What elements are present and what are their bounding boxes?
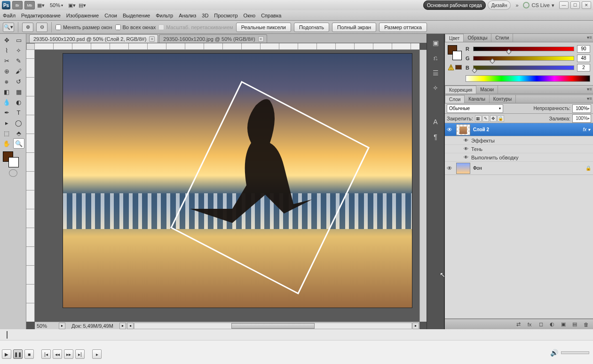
screen-mode-button[interactable]: ▣▾	[68, 1, 76, 9]
hand-tool[interactable]: ✋	[1, 138, 12, 149]
b-slider[interactable]	[473, 65, 574, 70]
pause-button[interactable]: ❚❚	[13, 349, 23, 359]
brushes-panel-icon[interactable]: ✧	[430, 83, 441, 93]
blend-mode-select[interactable]: Обычные	[447, 104, 503, 113]
menu-filter[interactable]: Фильтр	[156, 13, 173, 18]
fx-indicator[interactable]: fx ▾	[583, 127, 593, 132]
maximize-button[interactable]: ☐	[570, 1, 580, 9]
g-value[interactable]: 48	[577, 55, 590, 62]
close-icon[interactable]: ×	[149, 36, 155, 42]
resize-windows-checkbox[interactable]: Менять размер окон	[55, 24, 112, 30]
prev-track-button[interactable]: |◂	[41, 349, 51, 359]
layer-effects-row[interactable]: 👁Эффекты	[445, 136, 593, 145]
fit-screen-button[interactable]: Подогнать	[294, 23, 329, 32]
close-button[interactable]: ✕	[582, 1, 591, 9]
all-windows-checkbox[interactable]: Во всех окнах	[115, 24, 156, 30]
scroll-right-button[interactable]: ▸	[412, 323, 419, 329]
zoom-menu-icon[interactable]: ▸	[59, 323, 65, 329]
stamp-tool[interactable]: ⎈	[1, 76, 12, 87]
eyedropper-tool[interactable]: ✎	[13, 55, 24, 66]
lock-all-icon[interactable]: 🔒	[498, 115, 504, 122]
type-tool[interactable]: T	[13, 107, 24, 118]
gradient-tool[interactable]: ▦	[13, 87, 24, 97]
path-select-tool[interactable]: ▸	[1, 118, 12, 128]
zoom-select[interactable]: 50%	[47, 2, 66, 8]
paragraph-panel-icon[interactable]: ¶	[430, 132, 441, 142]
visibility-icon[interactable]: 👁	[445, 165, 454, 172]
rewind-button[interactable]: ◂◂	[53, 349, 62, 359]
blur-tool[interactable]: 💧	[1, 97, 12, 107]
menu-edit[interactable]: Редактирование	[21, 13, 61, 18]
layer-style-icon[interactable]: fx	[525, 321, 534, 328]
forward-button[interactable]: ▸▸	[64, 349, 73, 359]
stop-button[interactable]: ■	[24, 349, 34, 359]
panel-menu-icon[interactable]: ▾≡	[587, 96, 592, 101]
menu-3d[interactable]: 3D	[202, 13, 208, 18]
arrange-docs-button[interactable]: ▦▾	[37, 1, 45, 9]
healing-tool[interactable]: ⊕	[1, 66, 12, 76]
panel-menu-icon[interactable]: ▾≡	[587, 87, 592, 92]
background-swatch[interactable]	[8, 157, 19, 167]
tab-color[interactable]: Цвет	[445, 34, 464, 42]
marquee-tool[interactable]: ▭	[13, 35, 24, 45]
close-icon[interactable]: ×	[258, 36, 264, 42]
layer-effect-stroke[interactable]: 👁Выполнить обводку	[445, 153, 593, 162]
b-value[interactable]: 2	[577, 64, 590, 71]
menu-select[interactable]: Выделение	[123, 13, 150, 18]
new-layer-icon[interactable]: ▤	[570, 321, 579, 328]
quick-mask-button[interactable]	[9, 169, 17, 177]
next-track-button[interactable]: ▸|	[75, 349, 85, 359]
lasso-tool[interactable]: ⌇	[1, 45, 12, 55]
menu-view[interactable]: Просмотр	[214, 13, 237, 18]
opacity-value[interactable]: 100%	[572, 104, 591, 113]
ruler-origin[interactable]	[26, 43, 35, 50]
zoom-out-icon[interactable]: ⊖	[36, 23, 47, 32]
ruler-horizontal[interactable]	[35, 43, 419, 50]
link-layers-icon[interactable]: ⇄	[514, 321, 522, 328]
history-brush-tool[interactable]: ↺	[13, 76, 24, 87]
crop-tool[interactable]: ✂	[1, 55, 12, 66]
layer-name[interactable]: Фон	[472, 166, 585, 171]
bridge-button[interactable]: Br	[12, 1, 23, 9]
history-panel-icon[interactable]: ▣	[430, 38, 441, 48]
extras-button[interactable]: ▤▾	[78, 1, 87, 9]
tab-masks[interactable]: Маски	[476, 86, 498, 94]
workspace-design-button[interactable]: Дизайн	[488, 0, 511, 10]
tab-channels[interactable]: Каналы	[465, 95, 490, 103]
layer-group-icon[interactable]: ▣	[559, 321, 568, 328]
brush-tool[interactable]: 🖌	[13, 66, 24, 76]
lock-pixels-icon[interactable]: ✎	[482, 115, 489, 122]
character-panel-icon[interactable]: A	[430, 117, 441, 127]
layer-effect-shadow[interactable]: 👁Тень	[445, 145, 593, 153]
3d-tool[interactable]: ⬚	[1, 128, 12, 138]
eraser-tool[interactable]: ◧	[1, 87, 12, 97]
lock-transparency-icon[interactable]: ▦	[475, 115, 482, 122]
tab-layers[interactable]: Слои	[445, 95, 465, 103]
step-button[interactable]: ▸	[92, 349, 102, 359]
scroll-left-button[interactable]: ◂	[127, 323, 134, 329]
adjustment-layer-icon[interactable]: ◐	[548, 321, 556, 328]
menu-analysis[interactable]: Анализ	[179, 13, 196, 18]
actual-pixels-button[interactable]: Реальные пиксели	[236, 23, 291, 32]
tab-paths[interactable]: Контуры	[490, 95, 516, 103]
zoom-value[interactable]: 50%	[35, 323, 58, 329]
shape-tool[interactable]: ◯	[13, 118, 24, 128]
menu-layer[interactable]: Слои	[104, 13, 117, 18]
color-swatches[interactable]	[0, 150, 26, 168]
info-menu-icon[interactable]: ▸	[119, 323, 126, 329]
pen-tool[interactable]: ✒	[1, 107, 12, 118]
lock-position-icon[interactable]: ✥	[490, 115, 497, 122]
tab-swatches[interactable]: Образцы	[464, 34, 491, 42]
move-tool[interactable]: ✥	[1, 35, 12, 45]
full-screen-button[interactable]: Полный экран	[332, 23, 376, 32]
3d-camera-tool[interactable]: ⬘	[13, 128, 24, 138]
document-tab-2[interactable]: 29350-1600x1200.jpg @ 50% (RGB/8#)×	[159, 34, 267, 43]
zoom-tool[interactable]: 🔍	[13, 138, 24, 149]
print-size-button[interactable]: Размер оттиска	[379, 23, 427, 32]
layer-row-layer2[interactable]: 👁 Слой 2 fx ▾	[445, 123, 593, 136]
menu-window[interactable]: Окно	[244, 13, 256, 18]
wand-tool[interactable]: ✧	[13, 45, 24, 55]
layer-thumbnail[interactable]	[456, 124, 470, 135]
play-button[interactable]: ▶	[2, 349, 11, 359]
visibility-icon[interactable]: 👁	[445, 127, 454, 133]
